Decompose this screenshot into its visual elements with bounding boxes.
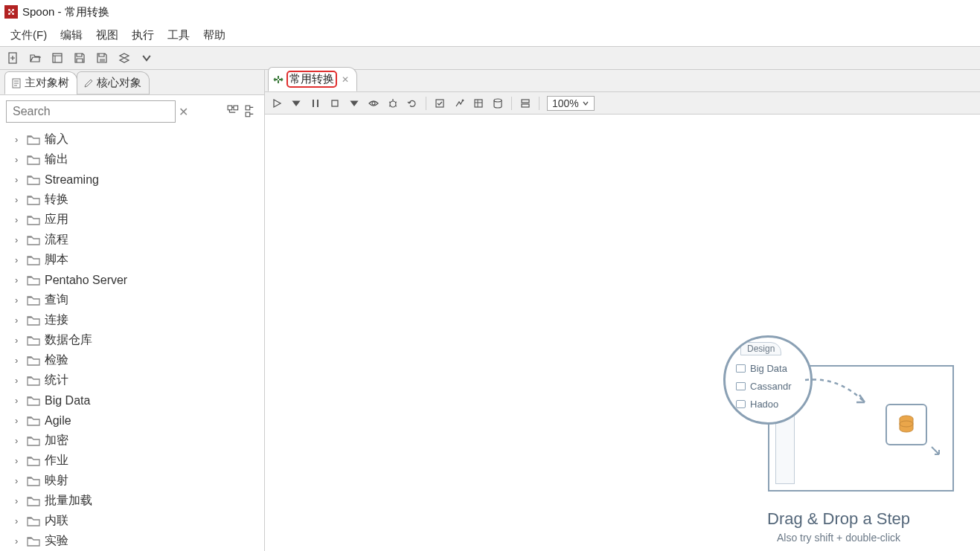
folder-icon — [27, 155, 40, 165]
folder-icon — [27, 496, 40, 506]
chevron-right-icon: › — [15, 495, 22, 506]
perspective-icon[interactable] — [118, 51, 131, 65]
tree-item-label: 脚本 — [45, 252, 68, 268]
tree-item[interactable]: ›输入 — [0, 129, 264, 149]
save-icon[interactable] — [73, 51, 86, 65]
chevron-right-icon: › — [15, 355, 22, 366]
tree-item[interactable]: ›脚本 — [0, 250, 264, 270]
expand-all-icon[interactable] — [227, 105, 240, 118]
open-file-icon[interactable] — [28, 51, 42, 65]
tree-item[interactable]: ›转换 — [0, 190, 264, 210]
tree-item[interactable]: ›检验 — [0, 350, 264, 370]
run-dropdown-icon[interactable] — [290, 97, 302, 109]
tree-item[interactable]: ›查询 — [0, 290, 264, 310]
new-file-icon[interactable] — [6, 51, 19, 65]
menu-tools[interactable]: 工具 — [161, 26, 196, 45]
show-results-icon[interactable] — [519, 97, 531, 109]
canvas-tab-label: 常用转换 — [286, 71, 337, 88]
tree-item[interactable]: ›Streaming — [0, 170, 264, 190]
tree-item[interactable]: ›流程 — [0, 230, 264, 250]
menu-view[interactable]: 视图 — [90, 26, 124, 45]
explore-db-icon[interactable] — [492, 97, 504, 109]
tree-item[interactable]: ›作业 — [0, 451, 264, 471]
tree-item[interactable]: ›Agile — [0, 410, 264, 431]
tree-item-label: 查询 — [45, 292, 68, 308]
chevron-right-icon: › — [15, 395, 22, 406]
replay-icon[interactable] — [406, 97, 418, 109]
verify-icon[interactable] — [434, 97, 446, 109]
tree-item[interactable]: ›映射 — [0, 471, 264, 491]
tree-item[interactable]: ›数据仓库 — [0, 330, 264, 350]
svg-rect-9 — [234, 106, 238, 110]
menu-edit[interactable]: 编辑 — [54, 26, 89, 45]
tab-core-objects[interactable]: 核心对象 — [77, 71, 150, 94]
hint-arrow-icon — [801, 373, 876, 417]
chevron-right-icon: › — [15, 535, 22, 547]
tree-item-label: 输入 — [45, 132, 68, 147]
impact-icon[interactable] — [453, 97, 465, 109]
tree-item-label: 流程 — [45, 232, 68, 248]
chevron-down-icon — [582, 100, 589, 107]
svg-point-14 — [390, 101, 396, 107]
svg-rect-17 — [475, 100, 482, 107]
folder-icon — [27, 335, 40, 346]
chevron-right-icon: › — [15, 455, 22, 466]
tree-item-label: Agile — [45, 414, 71, 428]
chevron-right-icon: › — [15, 415, 22, 426]
hint-design-tab: Design — [740, 342, 781, 355]
tree-item-label: 数据仓库 — [45, 332, 92, 348]
pencil-icon — [83, 78, 94, 88]
tree-item-label: 转换 — [45, 192, 68, 207]
run-icon[interactable] — [271, 97, 283, 109]
tree-item[interactable]: ›统计 — [0, 370, 264, 390]
explore-icon[interactable] — [51, 51, 64, 65]
object-tree: ›输入›输出›Streaming›转换›应用›流程›脚本›Pentaho Ser… — [0, 128, 264, 551]
tree-item[interactable]: ›加密 — [0, 431, 264, 451]
chevron-right-icon: › — [15, 214, 22, 225]
canvas-toolbar: 100% — [265, 92, 980, 115]
tree-item[interactable]: ›应用 — [0, 210, 264, 230]
tree-item[interactable]: ›实验 — [0, 531, 264, 551]
canvas[interactable]: Design Big Data Cassandr Hadoo Drag & Dr… — [265, 115, 980, 551]
save-as-icon[interactable] — [95, 51, 109, 65]
zoom-selector[interactable]: 100% — [547, 96, 595, 111]
chevron-right-icon: › — [15, 335, 22, 346]
stop-dropdown-icon[interactable] — [348, 97, 360, 109]
chevron-right-icon: › — [15, 154, 22, 165]
tree-item[interactable]: ›输出 — [0, 149, 264, 170]
tree-item[interactable]: ›Pentaho Server — [0, 270, 264, 290]
chevron-right-icon: › — [15, 274, 22, 286]
menu-file[interactable]: 文件(F) — [4, 26, 53, 45]
stop-icon[interactable] — [329, 97, 341, 109]
collapse-all-icon[interactable] — [245, 105, 258, 118]
tree-item[interactable]: ›内联 — [0, 511, 264, 531]
tree-item[interactable]: ›批量加载 — [0, 491, 264, 511]
tab-main-object-tree[interactable]: 主对象树 — [4, 71, 77, 94]
chevron-right-icon: › — [15, 435, 22, 446]
folder-icon — [27, 295, 40, 306]
search-input[interactable] — [6, 100, 176, 123]
clear-search-icon[interactable]: ✕ — [179, 105, 188, 119]
chevron-right-icon: › — [15, 294, 22, 306]
tree-item[interactable]: ›Big Data — [0, 390, 264, 410]
folder-icon — [27, 396, 40, 406]
tree-item-label: Big Data — [45, 394, 90, 407]
preview-icon[interactable] — [368, 97, 379, 109]
sql-icon[interactable] — [473, 97, 484, 109]
menu-help[interactable]: 帮助 — [197, 26, 231, 45]
menu-run[interactable]: 执行 — [126, 26, 160, 45]
tree-item[interactable]: ›连接 — [0, 310, 264, 330]
debug-icon[interactable] — [387, 97, 399, 109]
drag-drop-hint: Design Big Data Cassandr Hadoo Drag & Dr… — [720, 335, 958, 544]
tree-item-label: 内联 — [45, 513, 68, 529]
canvas-tab[interactable]: 常用转换 ✕ — [268, 67, 357, 91]
svg-rect-15 — [436, 100, 443, 107]
svg-rect-12 — [332, 100, 338, 106]
tree-item-label: 应用 — [45, 212, 68, 228]
pause-icon[interactable] — [310, 97, 321, 109]
folder-icon — [27, 456, 40, 466]
close-tab-icon[interactable]: ✕ — [342, 74, 349, 85]
folder-icon — [27, 255, 40, 265]
perspective-dropdown-icon[interactable] — [140, 51, 153, 65]
tree-item-label: 实验 — [45, 533, 68, 549]
